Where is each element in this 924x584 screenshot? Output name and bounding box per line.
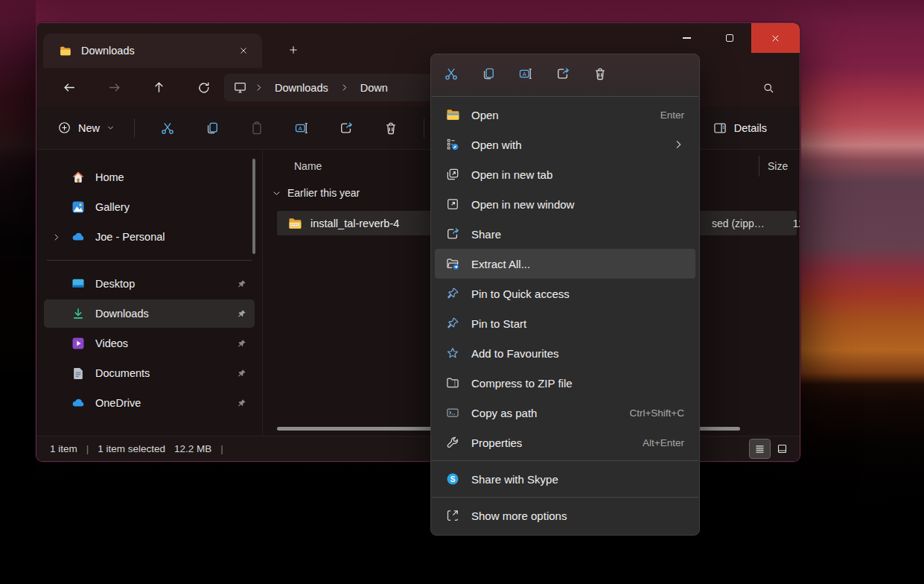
sidebar-item-label: Downloads xyxy=(95,308,149,320)
delete-button[interactable] xyxy=(375,114,407,142)
menu-item-properties[interactable]: Properties Alt+Enter xyxy=(435,428,695,457)
details-pane-icon xyxy=(713,121,727,136)
menu-item-label: Properties xyxy=(471,437,522,449)
folder-icon xyxy=(59,45,71,57)
paste-button[interactable] xyxy=(241,114,273,142)
close-icon xyxy=(771,34,780,43)
menu-separator xyxy=(432,460,698,461)
folder-icon xyxy=(445,107,460,122)
close-button[interactable] xyxy=(751,23,800,53)
window-controls xyxy=(665,23,800,53)
cut-icon[interactable] xyxy=(444,66,459,81)
column-header-name[interactable]: Name xyxy=(294,160,322,172)
new-button-label: New xyxy=(78,122,100,134)
share-button[interactable] xyxy=(331,114,362,142)
sidebar-item-onedrive-personal[interactable]: Joe - Personal xyxy=(44,223,255,251)
sidebar-item-documents[interactable]: Documents xyxy=(44,359,255,387)
sidebar-item-gallery[interactable]: Gallery xyxy=(44,193,255,221)
column-header-size[interactable]: Size xyxy=(768,160,788,172)
menu-item-label: Open in new window xyxy=(471,198,574,211)
svg-text:S: S xyxy=(450,475,456,483)
breadcrumb-truncated[interactable]: Down xyxy=(356,80,392,96)
details-view-icon xyxy=(754,443,765,454)
column-divider[interactable] xyxy=(759,156,759,177)
menu-item-open[interactable]: Open Enter xyxy=(435,100,695,130)
rename-button[interactable]: A xyxy=(286,114,317,142)
open-in-new-tab-icon xyxy=(445,167,460,182)
menu-item-label: Share with Skype xyxy=(471,473,558,486)
sidebar-item-onedrive[interactable]: OneDrive xyxy=(44,389,255,417)
menu-item-add-to-favourites[interactable]: Add to Favourites xyxy=(435,338,695,368)
close-icon xyxy=(239,46,248,55)
forward-button[interactable] xyxy=(101,74,127,100)
share-icon xyxy=(445,226,460,241)
menu-item-open-in-new-tab[interactable]: Open in new tab xyxy=(435,159,695,189)
menu-item-share-with-skype[interactable]: S Share with Skype xyxy=(435,464,695,494)
menu-item-pin-to-start[interactable]: Pin to Start xyxy=(435,308,695,338)
plus-icon xyxy=(288,45,299,55)
sidebar-item-downloads[interactable]: Downloads xyxy=(44,299,255,328)
tab-downloads[interactable]: Downloads xyxy=(43,34,262,68)
sidebar-item-desktop[interactable]: Desktop xyxy=(44,270,255,298)
menu-item-label: Extract All... xyxy=(471,258,530,270)
details-pane-button[interactable]: Details xyxy=(705,115,774,141)
menu-item-compress-to-zip[interactable]: Compress to ZIP file xyxy=(435,368,695,398)
menu-item-share[interactable]: Share xyxy=(435,219,695,249)
menu-item-shortcut: Enter xyxy=(660,110,684,121)
icons-view-icon xyxy=(777,443,788,454)
sidebar-item-home[interactable]: Home xyxy=(44,163,255,191)
breadcrumb-downloads[interactable]: Downloads xyxy=(270,80,333,96)
sidebar-scrollbar[interactable] xyxy=(252,159,255,254)
menu-item-copy-as-path[interactable]: Copy as path Ctrl+Shift+C xyxy=(435,398,695,428)
menu-item-label: Open in new tab xyxy=(471,168,552,181)
new-tab-button[interactable] xyxy=(282,39,305,61)
file-type-truncated: sed (zipp… xyxy=(712,218,765,229)
open-in-new-window-icon xyxy=(445,197,460,212)
sidebar-item-label: Documents xyxy=(95,367,150,379)
menu-item-pin-to-quick-access[interactable]: Pin to Quick access xyxy=(435,279,695,308)
delete-icon[interactable] xyxy=(593,66,608,81)
menu-item-extract-all[interactable]: Extract All... xyxy=(435,249,695,279)
icons-view-button[interactable] xyxy=(772,439,792,458)
menu-item-open-with[interactable]: Open with xyxy=(435,130,695,159)
menu-separator xyxy=(432,96,698,97)
minimize-icon xyxy=(683,37,691,38)
new-button[interactable]: New xyxy=(48,115,124,140)
cut-button[interactable] xyxy=(152,114,183,142)
desktop-wallpaper xyxy=(0,0,36,584)
minimize-button[interactable] xyxy=(665,23,708,53)
maximize-button[interactable] xyxy=(708,23,751,53)
desktop: Downloads xyxy=(0,0,924,584)
downloads-icon xyxy=(71,306,86,321)
monitor-icon xyxy=(233,80,247,95)
up-icon xyxy=(152,80,166,95)
menu-item-open-in-new-window[interactable]: Open in new window xyxy=(435,189,695,219)
pin-icon xyxy=(236,338,247,349)
chevron-right-icon xyxy=(254,83,264,92)
search-button[interactable] xyxy=(753,74,783,101)
share-icon[interactable] xyxy=(555,66,570,81)
menu-item-shortcut: Ctrl+Shift+C xyxy=(629,407,684,419)
menu-item-label: Share xyxy=(471,228,501,241)
group-header-earlier-this-year[interactable]: Earlier this year xyxy=(272,187,360,199)
toolbar-divider xyxy=(134,118,135,138)
submenu-chevron-icon xyxy=(672,139,684,150)
cut-icon xyxy=(160,121,175,136)
tab-close-button[interactable] xyxy=(234,41,253,60)
pin-icon xyxy=(236,308,247,320)
refresh-button[interactable] xyxy=(190,74,217,100)
zipped-folder-icon xyxy=(287,216,302,231)
chevron-down-icon xyxy=(272,188,281,198)
copy-icon[interactable] xyxy=(481,66,496,81)
chevron-right-icon xyxy=(51,232,71,242)
sidebar-item-videos[interactable]: Videos xyxy=(44,329,255,358)
extract-all-icon xyxy=(445,256,460,271)
menu-item-label: Compress to ZIP file xyxy=(471,377,573,390)
svg-text:A: A xyxy=(299,124,302,131)
up-button[interactable] xyxy=(145,74,172,100)
back-button[interactable] xyxy=(56,74,83,100)
details-view-button[interactable] xyxy=(750,439,770,458)
rename-icon[interactable]: A xyxy=(518,66,533,81)
menu-item-show-more-options[interactable]: Show more options xyxy=(435,501,695,530)
copy-button[interactable] xyxy=(197,114,228,142)
